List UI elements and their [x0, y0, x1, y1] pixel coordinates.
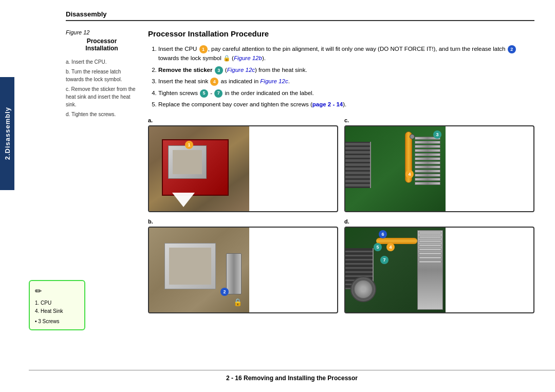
- right-column: Processor Installation Procedure Insert …: [148, 29, 534, 313]
- badge-4: 4: [210, 78, 218, 86]
- page-container: 2.Disassembly Disassembly Figure 12 Proc…: [0, 0, 555, 392]
- image-label-c: c.: [344, 117, 534, 123]
- fan: [350, 276, 376, 302]
- content-layout: Figure 12 Processor Installation a. Inse…: [66, 29, 534, 313]
- step-4: Tighten screws 5 - 7 in the order indica…: [158, 88, 534, 98]
- step-1: Insert the CPU 1, pay careful attention …: [158, 44, 534, 63]
- ref-12c-b[interactable]: Figure 12c: [260, 78, 288, 84]
- ref-page-2-14[interactable]: page 2 - 14: [312, 101, 343, 107]
- image-label-a: a.: [148, 117, 338, 123]
- section-header: Disassembly: [66, 10, 534, 21]
- latch: [226, 253, 242, 294]
- tools-box: ✏ 1. CPU 4. Heat Sink 3 Screws: [29, 280, 85, 330]
- image-a-content: 1: [149, 126, 249, 211]
- badge-1: 1: [199, 45, 208, 53]
- ref-12b[interactable]: Figure 12b: [234, 55, 262, 61]
- image-a: 1: [148, 125, 338, 212]
- image-b: 🔒 2: [148, 227, 338, 313]
- tools-bullet: 3 Screws: [35, 319, 79, 324]
- image-cell-d: d.: [344, 218, 534, 313]
- heatsink-right: [417, 230, 443, 310]
- badge-7: 7: [214, 89, 223, 98]
- badge-3: 3: [215, 66, 223, 74]
- footer-text: 2 - 16 Removing and Installing the Proce…: [226, 375, 358, 382]
- procedure-title: Processor Installation Procedure: [148, 29, 534, 38]
- image-c: 3 4: [344, 125, 534, 212]
- images-grid: a. 1: [148, 117, 534, 313]
- tool-item-1: 1. CPU: [35, 299, 79, 307]
- image-c-content: 3 4: [345, 126, 446, 211]
- procedure-steps: Insert the CPU 1, pay careful attention …: [148, 44, 534, 109]
- image-cell-c: c.: [344, 117, 534, 212]
- badge-2: 2: [508, 45, 516, 53]
- tool-item-4: 4. Heat Sink: [35, 307, 79, 315]
- image-b-content: 🔒 2: [149, 228, 249, 312]
- left-column: Figure 12 Processor Installation a. Inse…: [66, 29, 138, 313]
- image-cell-a: a. 1: [148, 117, 338, 212]
- image-label-b: b.: [148, 218, 338, 225]
- heatsink-fins: [415, 137, 440, 203]
- image-d-content: 6 5 4 7: [345, 228, 446, 312]
- step-3: Insert the heat sink 4 as indicated in F…: [158, 77, 534, 86]
- tools-list: 1. CPU 4. Heat Sink: [35, 299, 79, 315]
- tools-icon: ✏: [35, 286, 79, 296]
- figure-title: Processor Installation: [66, 38, 138, 52]
- image-d: 6 5 4 7: [344, 227, 534, 313]
- arrow-down-icon: [172, 193, 195, 207]
- figure-steps: a. Insert the CPU. b. Turn the release l…: [66, 58, 138, 118]
- badge-5: 5: [200, 89, 208, 98]
- heat-pipe-d: [376, 238, 417, 244]
- image-cell-b: b. 🔒: [148, 218, 338, 313]
- main-content: Disassembly Figure 12 Processor Installa…: [14, 0, 555, 392]
- ref-12c-a[interactable]: Figure 12c: [227, 67, 255, 73]
- figure-number: Figure 12: [66, 29, 138, 35]
- step-5: Replace the component bay cover and tigh…: [158, 100, 534, 109]
- image-label-d: d.: [344, 218, 534, 225]
- sidebar-tab: 2.Disassembly: [0, 77, 14, 190]
- page-footer: 2 - 16 Removing and Installing the Proce…: [29, 370, 555, 382]
- step-2: Remove the sticker 3 (Figure 12c) from t…: [158, 65, 534, 74]
- sidebar-label: 2.Disassembly: [4, 107, 11, 160]
